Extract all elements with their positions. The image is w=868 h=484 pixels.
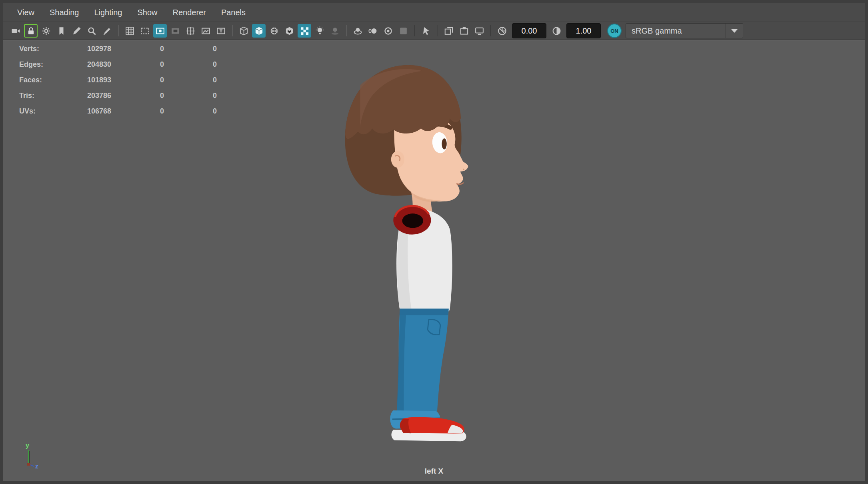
menu-show[interactable]: Show <box>130 3 165 22</box>
poly-count-hud: Verts: 102978 0 0 Edges: 204830 0 0 Face… <box>19 41 217 119</box>
exposure-input[interactable] <box>512 23 546 38</box>
lock-camera-icon[interactable] <box>24 24 38 38</box>
menu-shading[interactable]: Shading <box>42 3 86 22</box>
hud-row-edges: Edges: 204830 0 0 <box>19 57 217 72</box>
hud-col3: 0 <box>164 60 217 69</box>
contrast-icon[interactable] <box>550 24 563 38</box>
toolbar-separator <box>346 25 346 36</box>
hud-col3: 0 <box>164 107 217 116</box>
character-eye-iris <box>442 138 446 149</box>
grease-pencil-icon[interactable] <box>100 24 114 38</box>
hud-row-tris: Tris: 203786 0 0 <box>19 88 217 104</box>
toolbar-separator <box>490 25 491 36</box>
axis-origin-dot <box>27 463 30 466</box>
panel-toolbar: ON sRGB gamma <box>3 22 865 40</box>
grid-icon[interactable] <box>123 24 136 38</box>
safe-action-icon[interactable] <box>199 24 212 38</box>
anti-aliasing-icon[interactable] <box>396 24 410 38</box>
image-plane-icon[interactable] <box>70 24 83 38</box>
hud-label: Verts: <box>19 45 66 53</box>
field-chart-icon[interactable] <box>184 24 197 38</box>
exposure-icon[interactable] <box>495 24 509 38</box>
wireframe-icon[interactable] <box>237 24 250 38</box>
camera-icon[interactable] <box>9 24 22 38</box>
viewport[interactable]: Verts: 102978 0 0 Edges: 204830 0 0 Face… <box>3 40 865 482</box>
character-ear <box>391 151 404 168</box>
hud-col3: 0 <box>164 92 217 100</box>
colorspace-dropdown-arrow[interactable] <box>726 24 743 38</box>
hud-col3: 0 <box>164 45 217 53</box>
toolbar-separator <box>118 25 118 36</box>
smooth-shade-icon[interactable] <box>252 24 266 38</box>
safe-title-icon[interactable] <box>214 24 228 38</box>
resolution-gate-icon[interactable] <box>153 24 167 38</box>
depth-of-field-icon[interactable] <box>381 24 395 38</box>
hud-label: Edges: <box>19 60 66 69</box>
hud-total: 204830 <box>66 60 111 69</box>
hud-row-faces: Faces: 101893 0 0 <box>19 72 217 88</box>
hud-row-verts: Verts: 102978 0 0 <box>19 41 217 57</box>
toolbar-separator <box>437 25 438 36</box>
paste-view-icon[interactable] <box>457 24 471 38</box>
hud-label: Faces: <box>19 76 66 84</box>
hud-total: 106768 <box>66 107 111 116</box>
panel-menubar: View Shading Lighting Show Renderer Pane… <box>3 3 865 22</box>
hud-total: 102978 <box>66 45 111 53</box>
region-icon[interactable] <box>472 24 486 38</box>
hud-label: Tris: <box>19 92 66 100</box>
chevron-down-icon <box>731 29 738 33</box>
textured-icon[interactable] <box>282 24 296 38</box>
hud-col2: 0 <box>111 107 164 116</box>
shadows-icon[interactable] <box>328 24 342 38</box>
hud-total: 203786 <box>66 92 111 100</box>
hud-col2: 0 <box>111 45 164 53</box>
character-model[interactable] <box>338 62 471 444</box>
gate-mask-icon[interactable] <box>168 24 182 38</box>
view-axis-gizmo: y z <box>23 442 51 470</box>
hud-total: 101893 <box>66 76 111 84</box>
menu-view[interactable]: View <box>10 3 42 22</box>
hud-label: UVs: <box>19 107 66 116</box>
menu-lighting[interactable]: Lighting <box>86 3 130 22</box>
panel-frame: View Shading Lighting Show Renderer Pane… <box>0 0 868 484</box>
camera-name-label: left X <box>3 467 865 476</box>
menu-renderer[interactable]: Renderer <box>165 3 214 22</box>
hud-col2: 0 <box>111 92 164 100</box>
copy-view-icon[interactable] <box>442 24 456 38</box>
axis-z-line <box>30 465 34 466</box>
hud-row-uvs: UVs: 106768 0 0 <box>19 104 217 119</box>
character-nostril <box>463 169 464 170</box>
film-gate-icon[interactable] <box>138 24 152 38</box>
hud-col3: 0 <box>164 76 217 84</box>
motion-blur-icon[interactable] <box>366 24 380 38</box>
bookmark-icon[interactable] <box>54 24 68 38</box>
character-collar-hole <box>402 213 423 228</box>
gamma-input[interactable] <box>566 23 601 38</box>
occlusion-icon[interactable] <box>351 24 364 38</box>
hud-col2: 0 <box>111 76 164 84</box>
lights-icon[interactable] <box>313 24 326 38</box>
axis-y-label: y <box>26 442 29 449</box>
use-default-material-icon[interactable] <box>298 24 311 38</box>
color-management-on-toggle[interactable]: ON <box>607 24 622 38</box>
toolbar-separator <box>414 25 415 36</box>
isolate-select-icon[interactable] <box>419 24 433 38</box>
camera-settings-icon[interactable] <box>39 24 53 38</box>
character-jeans-waistband <box>400 309 449 315</box>
colorspace-value: sRGB gamma <box>626 26 726 36</box>
wireframe-on-shaded-icon[interactable] <box>267 24 281 38</box>
pan-zoom-icon[interactable] <box>85 24 98 38</box>
menu-panels[interactable]: Panels <box>214 3 253 22</box>
colorspace-dropdown[interactable]: sRGB gamma <box>626 23 743 38</box>
hud-col2: 0 <box>111 60 164 69</box>
toolbar-separator <box>232 25 232 36</box>
